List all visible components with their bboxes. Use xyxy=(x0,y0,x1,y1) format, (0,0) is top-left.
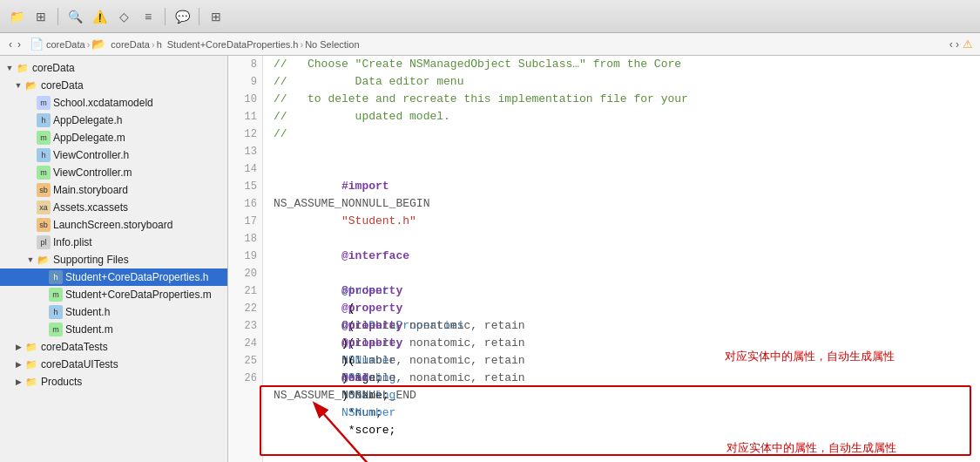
grid-icon[interactable]: ⊞ xyxy=(31,7,51,26)
folder-icon[interactable]: 📁 xyxy=(7,7,26,26)
apps-icon[interactable]: ⊞ xyxy=(206,7,226,26)
line-num-9: 9 xyxy=(228,73,262,91)
code-line-10: // to delete and recreate this implement… xyxy=(274,91,980,108)
sidebar-item-label: AppDelegate.h xyxy=(53,114,122,126)
breadcrumb-item-2[interactable]: 📂 coreData xyxy=(91,37,150,51)
code-area: 8 9 10 11 12 13 14 15 16 17 18 19 20 21 … xyxy=(228,56,980,462)
code-line-26 xyxy=(274,370,980,387)
m-icon: m xyxy=(49,323,63,336)
folder-icon: 📁 xyxy=(24,357,38,371)
search-icon[interactable]: 🔍 xyxy=(65,7,84,26)
code-line-18: @interface Student ( CoreDataProperties … xyxy=(274,230,980,248)
code-line-22: @property ( nullable, nonatomic, retain … xyxy=(274,300,980,317)
nav-bar-icon[interactable]: ≡ xyxy=(139,7,158,26)
expand-arrow: ▶ xyxy=(12,343,24,351)
sidebar-item-launchscreen-storyboard[interactable]: sb LaunchScreen.storyboard xyxy=(0,216,227,234)
sidebar-item-label: School.xcdatamodeld xyxy=(53,97,153,109)
sidebar-item-label: Student+CoreDataProperties.h xyxy=(65,271,208,283)
h-icon: h xyxy=(37,148,51,162)
folder-icon: 📁 xyxy=(24,340,38,354)
sidebar-item-label: AppDelegate.m xyxy=(53,132,125,144)
sidebar: ▼ 📁 coreData ▼ 📂 coreData m School.xcdat… xyxy=(0,56,228,462)
code-line-28 xyxy=(274,404,980,422)
storyboard-icon: sb xyxy=(37,183,51,197)
h-icon: h xyxy=(49,270,63,284)
sidebar-item-school-xcdatamodeld[interactable]: m School.xcdatamodeld xyxy=(0,94,227,112)
sidebar-item-label: Student.m xyxy=(65,323,113,336)
sidebar-item-label: LaunchScreen.storyboard xyxy=(53,219,172,231)
code-line-11: // updated model. xyxy=(274,108,980,126)
breadcrumb-item-3[interactable]: h Student+CoreDataProperties.h xyxy=(157,39,299,50)
sidebar-item-label: Products xyxy=(41,376,82,388)
line-num-23: 23 xyxy=(228,317,262,335)
cn-annotation-properties: 对应实体中的属性，自动生成属性 xyxy=(727,439,896,457)
expand-arrow: ▶ xyxy=(12,360,24,369)
breadcrumb-bar: ‹ › 📄 coreData › 📂 coreData › h Student+… xyxy=(0,33,980,56)
xcdatamodel-icon: m xyxy=(37,96,51,110)
breadcrumb-right: ‹ › ⚠ xyxy=(950,37,973,51)
breadcrumb-item-1[interactable]: coreData xyxy=(46,39,85,50)
code-line-15 xyxy=(274,178,980,195)
sidebar-item-viewcontroller-m[interactable]: m ViewController.m xyxy=(0,164,227,181)
line-num-13: 13 xyxy=(228,143,262,160)
code-content: // Choose "Create NSManagedObject Subcla… xyxy=(263,56,980,462)
sidebar-item-student-h[interactable]: h Student.h xyxy=(0,303,227,321)
sidebar-item-coredata-root[interactable]: ▼ 📁 coreData xyxy=(0,59,227,77)
h-icon: h xyxy=(37,113,51,127)
breadcrumb-collapse-button[interactable]: ‹ › xyxy=(950,38,959,51)
sidebar-item-coredatauitests[interactable]: ▶ 📁 coreDataUITests xyxy=(0,356,227,373)
sidebar-item-student-cdprops-h[interactable]: h Student+CoreDataProperties.h xyxy=(0,268,227,286)
m-icon: m xyxy=(37,131,51,145)
plist-icon: pl xyxy=(37,235,51,249)
main-area: ▼ 📁 coreData ▼ 📂 coreData m School.xcdat… xyxy=(0,56,980,462)
sidebar-item-viewcontroller-h[interactable]: h ViewController.h xyxy=(0,146,227,164)
sidebar-item-student-cdprops-m[interactable]: m Student+CoreDataProperties.m xyxy=(0,286,227,303)
breadcrumb-prev-button[interactable]: ‹ xyxy=(7,38,14,51)
sidebar-item-label: Supporting Files xyxy=(53,254,129,266)
right-cn-annotation: 对应实体中的属性，自动生成属性 xyxy=(725,349,895,364)
m-icon: m xyxy=(49,288,63,302)
h-file-icon: h xyxy=(157,39,162,50)
line-num-15: 15 xyxy=(228,178,262,195)
line-num-14: 14 xyxy=(228,160,262,178)
sidebar-item-appdelegate-m[interactable]: m AppDelegate.m xyxy=(0,129,227,146)
diamond-icon[interactable]: ◇ xyxy=(114,7,133,26)
line-num-17: 17 xyxy=(228,213,262,230)
breadcrumb-next-button[interactable]: › xyxy=(16,38,23,51)
sidebar-item-label: ViewController.m xyxy=(53,166,132,179)
folder-icon: 📁 xyxy=(16,61,30,75)
sidebar-item-label: Assets.xcassets xyxy=(53,201,128,214)
sidebar-item-label: Info.plist xyxy=(53,236,92,248)
code-line-9: // Data editor menu xyxy=(274,73,980,91)
line-num-11: 11 xyxy=(228,108,262,126)
folder-icon: 📂 xyxy=(24,78,38,92)
comment-icon[interactable]: 💬 xyxy=(172,7,192,26)
line-num-24: 24 xyxy=(228,335,262,352)
expand-arrow: ▼ xyxy=(24,255,37,264)
sidebar-item-appdelegate-h[interactable]: h AppDelegate.h xyxy=(0,112,227,129)
sidebar-item-label: coreData xyxy=(41,79,84,92)
sidebar-item-student-m[interactable]: m Student.m xyxy=(0,321,227,338)
line-num-12: 12 xyxy=(228,126,262,143)
sidebar-item-main-storyboard[interactable]: sb Main.storyboard xyxy=(0,181,227,199)
file-icon: 📄 xyxy=(30,37,44,51)
sidebar-item-coredatatests[interactable]: ▶ 📁 coreDataTests xyxy=(0,338,227,356)
m-icon: m xyxy=(37,166,51,180)
sidebar-item-info-plist[interactable]: pl Info.plist xyxy=(0,234,227,251)
sidebar-item-label: ViewController.h xyxy=(53,149,129,161)
code-line-19 xyxy=(274,248,980,265)
sidebar-item-label: coreDataUITests xyxy=(41,358,118,370)
sidebar-item-supporting-files[interactable]: ▼ 📂 Supporting Files xyxy=(0,251,227,268)
sidebar-item-assets-xcassets[interactable]: xa Assets.xcassets xyxy=(0,199,227,216)
code-line-17 xyxy=(274,213,980,230)
code-editor[interactable]: 8 9 10 11 12 13 14 15 16 17 18 19 20 21 … xyxy=(228,56,980,462)
warning-icon[interactable]: ⚠️ xyxy=(90,7,109,26)
line-num-22: 22 xyxy=(228,300,262,317)
line-num-26: 26 xyxy=(228,370,262,387)
sidebar-item-products[interactable]: ▶ 📁 Products xyxy=(0,373,227,391)
storyboard-icon: sb xyxy=(37,218,51,232)
sidebar-item-coredata-sub[interactable]: ▼ 📂 coreData xyxy=(0,77,227,94)
code-line-14: #import "Student.h" xyxy=(274,160,980,178)
sidebar-item-label: Student.h xyxy=(65,306,110,318)
toolbar: 📁 ⊞ 🔍 ⚠️ ◇ ≡ 💬 ⊞ xyxy=(0,0,980,33)
